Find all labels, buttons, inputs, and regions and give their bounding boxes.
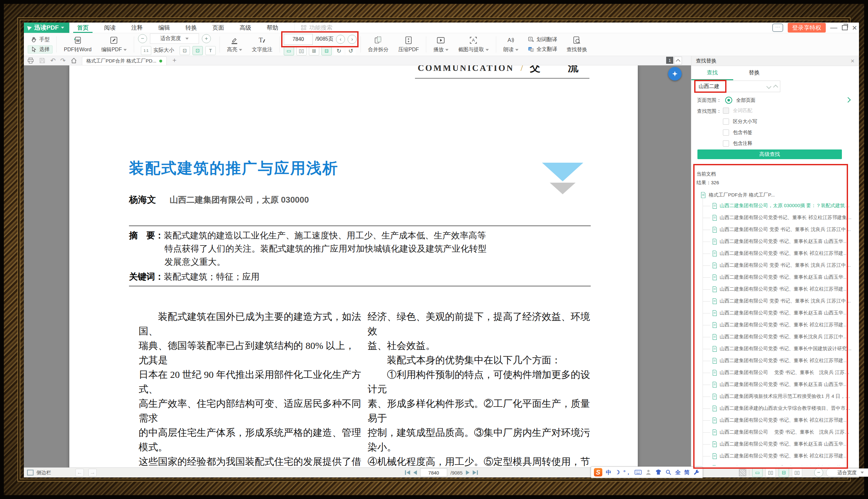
status-page-input[interactable] <box>420 468 447 477</box>
search-option[interactable]: 区分大小写 <box>723 119 757 125</box>
tab-replace[interactable]: 替换 <box>733 69 775 80</box>
skin-icon[interactable] <box>655 469 662 475</box>
word-translate-button[interactable]: A 划词翻译 <box>525 36 560 44</box>
undo-icon[interactable]: ↶ <box>50 57 56 64</box>
menu-tab[interactable]: 阅读 <box>96 23 123 33</box>
search-result-item[interactable]: 山西二建集团有限公司党委 书记、董事长赵玉喜 山西玉华建设集团有限... <box>697 378 853 390</box>
home-icon[interactable] <box>70 57 78 64</box>
feedback-chat-icon[interactable]: ··· <box>772 24 783 32</box>
zoom-out-button[interactable]: − <box>814 468 823 477</box>
capture-extract-button[interactable]: A 截图与提取 <box>455 35 492 54</box>
sidebar-toggle[interactable]: 侧边栏 <box>27 468 51 477</box>
user-icon[interactable] <box>645 469 652 475</box>
fit-mode-select[interactable]: 适合宽度 <box>826 468 868 477</box>
search-result-item[interactable]: 山西二建集团有限公司党委 书记、董事长赵玉喜 山西玉华建设集团有限... <box>697 438 853 450</box>
minimize-button[interactable]: — <box>830 24 837 31</box>
soft-keyboard-icon[interactable] <box>634 470 642 475</box>
login-button[interactable]: 登录享特权 <box>788 23 826 33</box>
checkbox-icon[interactable] <box>723 119 729 125</box>
merge-split-button[interactable]: 合并拆分 <box>365 35 392 54</box>
new-tab-button[interactable]: ＋ <box>168 56 181 65</box>
menu-tab[interactable]: 页面 <box>205 23 232 33</box>
print-icon[interactable] <box>27 57 34 64</box>
feature-search[interactable]: 功能搜索 <box>294 23 338 33</box>
page-canvas[interactable]: COMMUNICATION / 交 流 装配式建筑的推广与应用浅析 杨海文 山西… <box>24 65 691 467</box>
pdf-to-word-button[interactable]: W PDF转Word <box>61 35 95 54</box>
punctuation-icon[interactable]: °， <box>623 469 631 476</box>
collapse-toolbar-button[interactable] <box>674 57 682 64</box>
search-result-item[interactable]: 山西二建集团承建的山西农业大学综合教学楼项目、晋中市公共租赁住房... <box>697 402 853 414</box>
page-number-input[interactable] <box>284 34 313 45</box>
compress-pdf-button[interactable]: 压缩PDF <box>395 35 422 54</box>
chevron-right-icon[interactable] <box>845 97 851 103</box>
find-previous-icon[interactable] <box>773 85 778 90</box>
highlight-button[interactable]: 高亮 <box>224 35 245 54</box>
previous-page-button[interactable]: ‹ <box>336 35 345 44</box>
single-page-layout-button[interactable]: ▭ <box>284 46 294 56</box>
continuous-layout-button[interactable]: ⊟ <box>321 46 332 56</box>
search-result-item[interactable]: 山西二建集团有限公司党委 书记、董事长 祁立柱江苏邗建集团有限公司... <box>697 283 853 295</box>
document-tab[interactable]: 格式工厂PDF合并 格式工厂PD... <box>82 56 167 65</box>
four-page-layout-button[interactable]: ⊞ <box>309 46 319 56</box>
hand-tool-button[interactable]: 手型 <box>28 36 52 44</box>
rotate-ccw-button[interactable]: ↺ <box>346 47 356 55</box>
search-option[interactable]: 包含书签 <box>723 130 757 136</box>
checkbox-icon[interactable] <box>723 130 729 136</box>
menu-tab[interactable]: 帮助 <box>259 23 286 33</box>
save-icon[interactable] <box>39 57 46 64</box>
search-result-item[interactable]: 山西二建集团有限公司 党委 书记、董事长 沈良兵 江苏江中集团有限... <box>697 367 853 378</box>
play-button[interactable]: 播放 <box>430 35 452 54</box>
text-annotation-button[interactable]: T 文字批注 <box>249 35 276 54</box>
ime-fullwidth[interactable]: 全 <box>675 469 681 476</box>
search-result-item[interactable]: 山西二建集团有限公司党委 书记、董事长 祁立柱江苏邗建集团有限公司... <box>697 355 853 367</box>
zoom-out-button[interactable]: − <box>138 34 147 43</box>
restore-window-button[interactable] <box>842 25 848 30</box>
two-page-view-button[interactable]: ▯▯ <box>765 468 776 477</box>
find-replace-button[interactable]: 查找替换 <box>563 35 590 54</box>
search-result-item[interactable]: 山西二建集团有限公司 党委 书记、董事长 沈良兵 江苏江中集团有限 <box>697 462 853 465</box>
menu-tab[interactable]: 首页 <box>69 23 96 33</box>
search-result-item[interactable]: 山西二建集团有限公司，太原 030000摘 要：？装配式建筑的建造以工... <box>697 200 853 212</box>
continuous-view-button[interactable]: ⊟ <box>779 468 789 477</box>
first-page-button[interactable] <box>405 470 410 475</box>
forward-view-button[interactable]: → <box>88 469 97 476</box>
background-pattern-icon[interactable] <box>739 469 746 476</box>
floating-tool-button[interactable] <box>668 67 682 81</box>
fit-width-button[interactable]: ⊡ <box>192 46 203 55</box>
back-view-button[interactable]: ← <box>75 469 84 476</box>
advanced-search-button[interactable]: 高级查找 <box>698 149 842 159</box>
actual-size-button[interactable]: 1:1 实际大小 <box>138 46 177 56</box>
close-window-button[interactable]: × <box>852 24 857 32</box>
search-input[interactable] <box>695 83 767 89</box>
search-result-item[interactable]: 山西二建集团有限公司 党委 书记、董事长 沈良兵 江苏江中集团有限... <box>697 426 853 438</box>
menu-tab[interactable]: 注释 <box>123 23 151 33</box>
checkbox-icon[interactable] <box>723 141 729 147</box>
next-page-button[interactable] <box>466 470 469 475</box>
menu-tab[interactable]: 高级 <box>232 23 259 33</box>
previous-page-button[interactable] <box>413 470 417 475</box>
search-result-item[interactable]: 山西二建集团有限公司党委 书记、董事长赵玉喜 山西玉华建设集团有限... <box>697 235 853 247</box>
radio-all-pages[interactable] <box>725 97 732 104</box>
checkbox-icon[interactable] <box>723 108 729 114</box>
ime-mode-chinese[interactable]: 中 <box>606 469 611 476</box>
edit-pdf-button[interactable]: 编辑PDF <box>98 35 130 54</box>
search-result-item[interactable]: 山西二建集团有限公司党委 书记、董事长赵玉喜 山西玉华建设集团有限... <box>697 307 853 319</box>
sogou-logo-icon[interactable]: S <box>594 468 602 476</box>
search-result-item[interactable]: 山西二建集团有限公司党委 书记、董事长沈良兵 江苏江中集团有限公司... <box>697 331 853 343</box>
search-result-item[interactable]: 山西二建集团有限公司 党委 书记、董事长 沈良兵 江苏江中集团有限公司... <box>697 295 853 307</box>
result-root-item[interactable]: 格式工厂PDF合并 格式工厂P... <box>700 190 853 200</box>
fit-text-button[interactable]: T <box>205 46 216 55</box>
zoom-mode-select[interactable]: 适合宽度 <box>150 34 199 44</box>
app-logo-menu[interactable]: 迅读PDF <box>24 23 69 33</box>
next-page-button[interactable]: › <box>348 35 357 44</box>
ime-simplified[interactable]: 简 <box>684 469 690 476</box>
search-result-item[interactable]: 山西二建集团有限公司党委 书记、董事长 祁立柱江苏邗建集团有限公司... <box>697 414 853 426</box>
single-page-view-button[interactable]: ▭ <box>752 468 763 477</box>
search-result-item[interactable]: 山西二建集团有限公司党委 书记、董事长赵玉喜 山西玉华建设集团有限... <box>697 271 853 283</box>
search-option[interactable]: 全词匹配 <box>723 108 757 114</box>
search-option[interactable]: 包含注释 <box>723 141 757 147</box>
last-page-button[interactable] <box>473 470 478 475</box>
two-page-continuous-view-button[interactable]: ▯▯ <box>792 468 802 477</box>
find-next-icon[interactable] <box>766 84 772 89</box>
menu-tab[interactable]: 编辑 <box>151 23 178 33</box>
